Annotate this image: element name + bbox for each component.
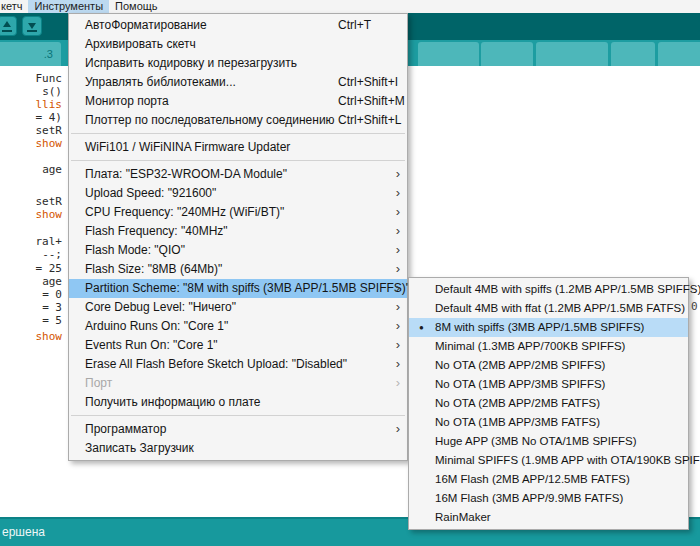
menu-item[interactable]: Плоттер по последовательному соединениюC… bbox=[69, 111, 407, 130]
menu-item-label: CPU Frequency: "240MHz (WiFi/BT)" bbox=[85, 205, 284, 219]
menu-item[interactable]: Erase All Flash Before Sketch Upload: "D… bbox=[69, 355, 407, 374]
menubar-item-sketch[interactable]: кетч bbox=[0, 0, 28, 13]
menu-item[interactable]: Порт› bbox=[69, 374, 407, 393]
menu-item-label: Flash Size: "8MB (64Mb)" bbox=[85, 262, 222, 276]
menu-separator bbox=[71, 160, 405, 161]
code-fragment: s() bbox=[0, 85, 62, 98]
code-fragment: = 3 bbox=[0, 301, 62, 314]
partition-option-label: No OTA (2MB APP/2MB SPIFFS) bbox=[435, 359, 605, 371]
code-fragment: llis bbox=[0, 98, 62, 111]
menu-item[interactable]: Записать Загрузчик bbox=[69, 439, 407, 458]
menu-item-label: АвтоФорматирование bbox=[85, 18, 207, 32]
partition-option-label: RainMaker bbox=[435, 511, 491, 523]
code-fragment: = 4) bbox=[0, 111, 62, 124]
partition-option[interactable]: RainMaker bbox=[409, 508, 688, 527]
menu-item[interactable]: Управлять библиотеками...Ctrl+Shift+I bbox=[69, 73, 407, 92]
partition-option[interactable]: No OTA (1MB APP/3MB SPIFFS) bbox=[409, 375, 688, 394]
menu-item[interactable]: Программатор› bbox=[69, 420, 407, 439]
partition-option[interactable]: ●8M with spiffs (3MB APP/1.5MB SPIFFS) bbox=[409, 318, 688, 337]
menu-item-label: Partition Scheme: "8M with spiffs (3MB A… bbox=[85, 281, 410, 295]
partition-option[interactable]: Default 4MB with spiffs (1.2MB APP/1.5MB… bbox=[409, 280, 688, 299]
menubar: кетчИнструментыПомощь bbox=[0, 0, 700, 13]
partition-option-label: 16M Flash (3MB APP/9.9MB FATFS) bbox=[435, 492, 623, 504]
menu-item[interactable]: Events Run On: "Core 1"› bbox=[69, 336, 407, 355]
menu-item-label: Events Run On: "Core 1" bbox=[85, 338, 218, 352]
submenu-arrow-icon: › bbox=[396, 183, 400, 202]
menu-item[interactable]: Исправить кодировку и перезагрузить bbox=[69, 54, 407, 73]
partition-option[interactable]: 16M Flash (2MB APP/12.5MB FATFS) bbox=[409, 470, 688, 489]
submenu-arrow-icon: › bbox=[396, 278, 400, 297]
partition-option-label: Default 4MB with ffat (1.2MB APP/1.5MB F… bbox=[435, 302, 685, 314]
sketch-tab-label: .3 bbox=[0, 42, 61, 66]
sketch-tab[interactable] bbox=[481, 42, 533, 66]
code-fragment: 0 bbox=[691, 300, 698, 313]
code-fragment: = 5 bbox=[0, 314, 62, 327]
menu-item[interactable]: Arduino Runs On: "Core 1"› bbox=[69, 317, 407, 336]
partition-option[interactable]: No OTA (1MB APP/3MB FATFS) bbox=[409, 413, 688, 432]
partition-option-label: Default 4MB with spiffs (1.2MB APP/1.5MB… bbox=[435, 283, 700, 295]
menu-item[interactable]: Получить информацию о плате bbox=[69, 393, 407, 412]
menu-item[interactable]: Flash Mode: "QIO"› bbox=[69, 241, 407, 260]
menu-item[interactable]: Плата: "ESP32-WROOM-DA Module"› bbox=[69, 165, 407, 184]
save-tray-icon bbox=[27, 30, 37, 32]
submenu-arrow-icon: › bbox=[396, 202, 400, 221]
code-fragment: = 0 bbox=[0, 288, 62, 301]
code-fragment: Func bbox=[0, 72, 62, 85]
code-fragment: --; bbox=[0, 248, 62, 261]
menu-item[interactable]: WiFi101 / WiFiNINA Firmware Updater bbox=[69, 138, 407, 157]
menu-item[interactable]: Архивировать скетч bbox=[69, 35, 407, 54]
radio-bullet-icon: ● bbox=[419, 318, 424, 337]
sketch-tab[interactable]: .3 bbox=[0, 42, 61, 66]
menu-item-label: Flash Frequency: "40MHz" bbox=[85, 224, 228, 238]
sketch-tab[interactable] bbox=[536, 42, 608, 66]
save-button[interactable] bbox=[22, 16, 42, 36]
submenu-arrow-icon: › bbox=[396, 335, 400, 354]
menu-item[interactable]: Upload Speed: "921600"› bbox=[69, 184, 407, 203]
menubar-item-tools[interactable]: Инструменты bbox=[28, 0, 109, 13]
sketch-tab[interactable] bbox=[611, 42, 655, 66]
menu-separator bbox=[71, 415, 405, 416]
partition-option[interactable]: Default 4MB with ffat (1.2MB APP/1.5MB F… bbox=[409, 299, 688, 318]
submenu-arrow-icon: › bbox=[396, 221, 400, 240]
code-fragment: setR bbox=[0, 195, 62, 208]
menu-item[interactable]: Partition Scheme: "8M with spiffs (3MB A… bbox=[69, 279, 407, 298]
menu-item-label: Архивировать скетч bbox=[85, 37, 196, 51]
tools-menu: АвтоФорматированиеCtrl+TАрхивировать ске… bbox=[68, 13, 408, 461]
partition-option[interactable]: No OTA (2MB APP/2MB SPIFFS) bbox=[409, 356, 688, 375]
submenu-arrow-icon: › bbox=[396, 164, 400, 183]
menu-item[interactable]: Flash Size: "8MB (64Mb)"› bbox=[69, 260, 407, 279]
menu-item-label: Управлять библиотеками... bbox=[85, 75, 236, 89]
menu-item-label: Core Debug Level: "Ничего" bbox=[85, 300, 236, 314]
save-arrow-icon bbox=[28, 23, 36, 29]
code-fragment: show bbox=[0, 330, 62, 343]
menu-item[interactable]: Flash Frequency: "40MHz"› bbox=[69, 222, 407, 241]
menu-item[interactable]: АвтоФорматированиеCtrl+T bbox=[69, 16, 407, 35]
menu-item-label: Программатор bbox=[85, 422, 166, 436]
partition-option[interactable]: Minimal (1.3MB APP/700KB SPIFFS) bbox=[409, 337, 688, 356]
menu-item[interactable]: CPU Frequency: "240MHz (WiFi/BT)"› bbox=[69, 203, 407, 222]
code-fragment: age bbox=[0, 163, 62, 176]
open-button[interactable] bbox=[0, 16, 17, 36]
menu-item-label: Плата: "ESP32-WROOM-DA Module" bbox=[85, 167, 287, 181]
partition-option[interactable]: Huge APP (3MB No OTA/1MB SPIFFS) bbox=[409, 432, 688, 451]
partition-option[interactable]: No OTA (2MB APP/2MB FATFS) bbox=[409, 394, 688, 413]
menu-item-label: Получить информацию о плате bbox=[85, 395, 260, 409]
code-fragment: show bbox=[0, 137, 62, 150]
sketch-tab[interactable] bbox=[418, 42, 479, 66]
menubar-item-help[interactable]: Помощь bbox=[109, 0, 164, 13]
partition-option[interactable]: Minimal SPIFFS (1.9MB APP with OTA/190KB… bbox=[409, 451, 688, 470]
partition-option[interactable]: 16M Flash (3MB APP/9.9MB FATFS) bbox=[409, 489, 688, 508]
submenu-arrow-icon: › bbox=[396, 373, 400, 392]
submenu-arrow-icon: › bbox=[396, 297, 400, 316]
partition-scheme-submenu: Default 4MB with spiffs (1.2MB APP/1.5MB… bbox=[408, 277, 689, 530]
open-tray-icon bbox=[2, 30, 12, 32]
sketch-tab[interactable] bbox=[658, 42, 700, 66]
menu-item-label: Записать Загрузчик bbox=[85, 441, 194, 455]
submenu-arrow-icon: › bbox=[396, 419, 400, 438]
menu-item[interactable]: Монитор портаCtrl+Shift+M bbox=[69, 92, 407, 111]
menu-item[interactable]: Core Debug Level: "Ничего"› bbox=[69, 298, 407, 317]
menu-item-label: Монитор порта bbox=[85, 94, 169, 108]
open-arrow-icon bbox=[3, 21, 11, 27]
partition-option-label: Minimal (1.3MB APP/700KB SPIFFS) bbox=[435, 340, 625, 352]
menu-item-shortcut: Ctrl+T bbox=[338, 16, 371, 35]
